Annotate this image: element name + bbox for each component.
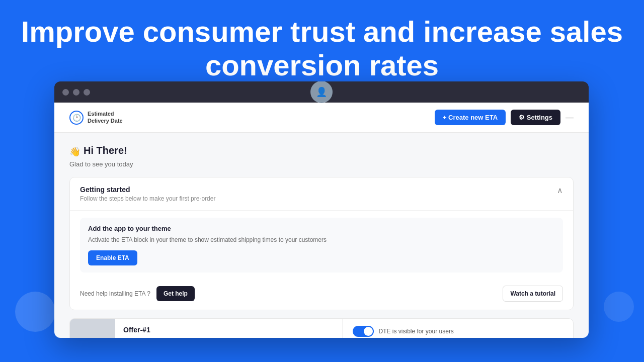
enable-eta-button[interactable]: Enable ETA <box>88 250 137 265</box>
offer-name: Offer-#1 <box>123 326 334 334</box>
blob-right <box>604 292 634 322</box>
browser-window: 👤 🕐 Estimated Delivery Date + Create new… <box>54 81 589 338</box>
hero-section: Improve consumer trust and increase sale… <box>0 0 644 92</box>
titlebar-avatar: 👤 <box>310 81 333 103</box>
get-help-button[interactable]: Get help <box>156 286 195 301</box>
topbar-actions: + Create new ETA ⚙ Settings — <box>435 110 574 125</box>
watch-tutorial-button[interactable]: Watch a tutorial <box>503 286 563 302</box>
browser-dot-yellow <box>73 89 79 96</box>
toggle-knob <box>364 327 373 336</box>
settings-button[interactable]: ⚙ Settings <box>511 110 560 125</box>
getting-started-footer: Need help installing ETA ? Get help Watc… <box>70 280 573 310</box>
greeting-emoji: 👋 <box>69 146 80 157</box>
offer-stats: DTE is visible for your users 12 Total v… <box>342 319 574 338</box>
getting-started-title: Getting started <box>80 186 215 194</box>
step-desc: Activate the ETA block in your theme to … <box>88 235 555 244</box>
browser-titlebar: 👤 <box>54 81 589 103</box>
app-content: 🕐 Estimated Delivery Date + Create new E… <box>54 103 589 338</box>
browser-dot-green <box>84 89 90 96</box>
greeting-title: Hi There! <box>84 145 127 156</box>
app-logo: 🕐 Estimated Delivery Date <box>69 111 123 125</box>
create-eta-button[interactable]: + Create new ETA <box>435 110 506 125</box>
step-title: Add the app to your theme <box>88 225 555 232</box>
getting-started-header: Getting started Follow the steps below t… <box>70 177 573 211</box>
titlebar-avatar-container: 👤 <box>310 81 333 103</box>
greeting-row: 👋 Hi There! <box>69 145 574 158</box>
dte-label: DTE is visible for your users <box>379 328 454 335</box>
offer-thumbnail <box>70 319 115 338</box>
blob-left <box>15 292 55 332</box>
dte-toggle[interactable] <box>353 326 374 337</box>
topbar-close-icon[interactable]: — <box>566 113 574 122</box>
offer-info: Offer-#1 6 Products DTO created about 11… <box>115 319 342 338</box>
greeting-subtitle: Glad to see you today <box>69 160 574 168</box>
gs-step-theme: Add the app to your theme Activate the E… <box>80 218 563 273</box>
offer-card: Offer-#1 6 Products DTO created about 11… <box>69 318 574 338</box>
hero-title: Improve consumer trust and increase sale… <box>20 15 624 82</box>
logo-text: Estimated Delivery Date <box>88 111 123 124</box>
dte-toggle-row: DTE is visible for your users <box>353 326 564 337</box>
app-main: 👋 Hi There! Glad to see you today Gettin… <box>54 133 589 338</box>
help-text: Need help installing ETA ? <box>80 290 150 297</box>
getting-started-subtitle: Follow the steps below to make your firs… <box>80 195 215 202</box>
logo-icon: 🕐 <box>69 111 84 125</box>
browser-dot-red <box>62 89 69 96</box>
getting-started-card: Getting started Follow the steps below t… <box>69 177 574 310</box>
chevron-up-icon[interactable]: ∧ <box>557 186 563 195</box>
getting-started-header-text: Getting started Follow the steps below t… <box>80 186 215 202</box>
app-topbar: 🕐 Estimated Delivery Date + Create new E… <box>54 103 589 133</box>
